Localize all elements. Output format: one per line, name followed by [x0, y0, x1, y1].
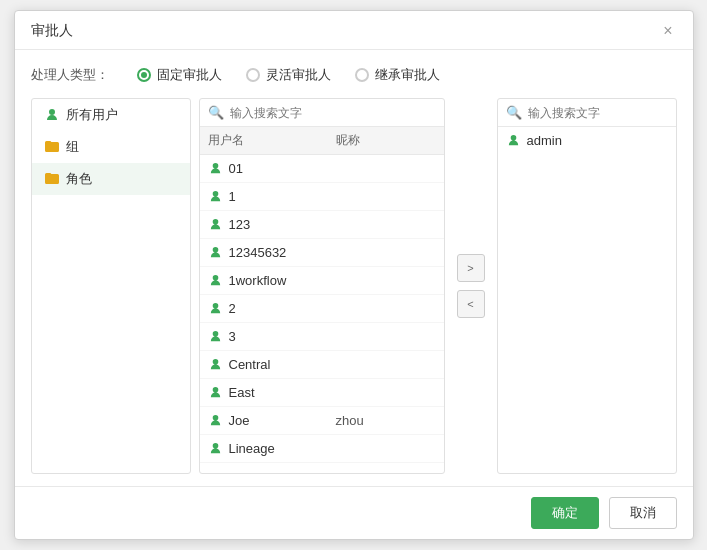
table-row[interactable]: 1workflow [200, 267, 444, 295]
content-area: 所有用户 组 角色 🔍 [31, 98, 677, 474]
sidebar-item-groups-label: 组 [66, 138, 79, 156]
folder-icon [44, 139, 60, 155]
table-row[interactable]: 2 [200, 295, 444, 323]
row-user-icon [208, 273, 223, 288]
arrow-panel: > < [453, 98, 489, 474]
radio-circle-inherited [355, 68, 369, 82]
row-user-icon [208, 217, 223, 232]
left-panel: 所有用户 组 角色 [31, 98, 191, 474]
middle-search-box: 🔍 [200, 99, 444, 127]
sidebar-item-all-users-label: 所有用户 [66, 106, 118, 124]
move-left-button[interactable]: < [457, 290, 485, 318]
table-row[interactable]: 1 [200, 183, 444, 211]
row-user-icon [208, 329, 223, 344]
row-username: 3 [229, 329, 336, 344]
sidebar-item-groups[interactable]: 组 [32, 131, 190, 163]
row-username: 12345632 [229, 245, 336, 260]
cancel-button[interactable]: 取消 [609, 497, 677, 529]
table-row[interactable]: 12345632 [200, 239, 444, 267]
col-nickname-header: 昵称 [336, 132, 436, 149]
row-username: 1workflow [229, 273, 336, 288]
type-label: 处理人类型： [31, 66, 109, 84]
right-panel-item[interactable]: admin [498, 127, 676, 154]
dialog-body: 处理人类型： 固定审批人 灵活审批人 继承审批人 [15, 50, 693, 486]
approver-type-row: 处理人类型： 固定审批人 灵活审批人 继承审批人 [31, 62, 677, 88]
row-user-icon [208, 385, 223, 400]
row-username: Joe [229, 413, 336, 428]
radio-circle-fixed [137, 68, 151, 82]
user-icon [44, 107, 60, 123]
move-right-button[interactable]: > [457, 254, 485, 282]
dialog-footer: 确定 取消 [15, 486, 693, 539]
table-row[interactable]: 3 [200, 323, 444, 351]
radio-flexible[interactable]: 灵活审批人 [246, 66, 331, 84]
table-row[interactable]: 123 [200, 211, 444, 239]
right-search-icon: 🔍 [506, 105, 522, 120]
radio-circle-flexible [246, 68, 260, 82]
radio-fixed[interactable]: 固定审批人 [137, 66, 222, 84]
radio-label-inherited: 继承审批人 [375, 66, 440, 84]
row-username: 2 [229, 301, 336, 316]
right-item-username: admin [527, 133, 562, 148]
right-search-input[interactable] [528, 106, 677, 120]
radio-inherited[interactable]: 继承审批人 [355, 66, 440, 84]
confirm-button[interactable]: 确定 [531, 497, 599, 529]
col-username-header: 用户名 [208, 132, 336, 149]
folder-roles-icon [44, 171, 60, 187]
table-row[interactable]: Lineage [200, 435, 444, 463]
sidebar-item-all-users[interactable]: 所有用户 [32, 99, 190, 131]
table-header: 用户名 昵称 [200, 127, 444, 155]
right-user-icon [506, 133, 521, 148]
row-user-icon [208, 441, 223, 456]
right-panel-items: admin [498, 127, 676, 154]
dialog-header: 审批人 × [15, 11, 693, 50]
approver-dialog: 审批人 × 处理人类型： 固定审批人 灵活审批人 继承审批人 [14, 10, 694, 540]
row-user-icon [208, 245, 223, 260]
close-button[interactable]: × [659, 21, 676, 41]
row-username: 123 [229, 217, 336, 232]
row-username: East [229, 385, 336, 400]
row-username: Central [229, 357, 336, 372]
table-row[interactable]: 01 [200, 155, 444, 183]
row-nickname: zhou [336, 413, 436, 428]
middle-search-input[interactable] [230, 106, 436, 120]
row-username: 1 [229, 189, 336, 204]
table-row[interactable]: Central [200, 351, 444, 379]
table-body: 01 1 123 12345632 1workflow 2 [200, 155, 444, 473]
radio-label-flexible: 灵活审批人 [266, 66, 331, 84]
middle-search-icon: 🔍 [208, 105, 224, 120]
right-panel: 🔍 admin [497, 98, 677, 474]
row-user-icon [208, 189, 223, 204]
sidebar-item-roles-label: 角色 [66, 170, 92, 188]
sidebar-item-roles[interactable]: 角色 [32, 163, 190, 195]
radio-label-fixed: 固定审批人 [157, 66, 222, 84]
right-search-box: 🔍 [498, 99, 676, 127]
middle-panel: 🔍 用户名 昵称 01 1 123 [199, 98, 445, 474]
row-user-icon [208, 357, 223, 372]
dialog-title: 审批人 [31, 22, 73, 40]
row-username: Lineage [229, 441, 336, 456]
row-username: 01 [229, 161, 336, 176]
row-user-icon [208, 301, 223, 316]
row-user-icon [208, 161, 223, 176]
table-row[interactable]: Joe zhou [200, 407, 444, 435]
row-user-icon [208, 413, 223, 428]
table-row[interactable]: East [200, 379, 444, 407]
